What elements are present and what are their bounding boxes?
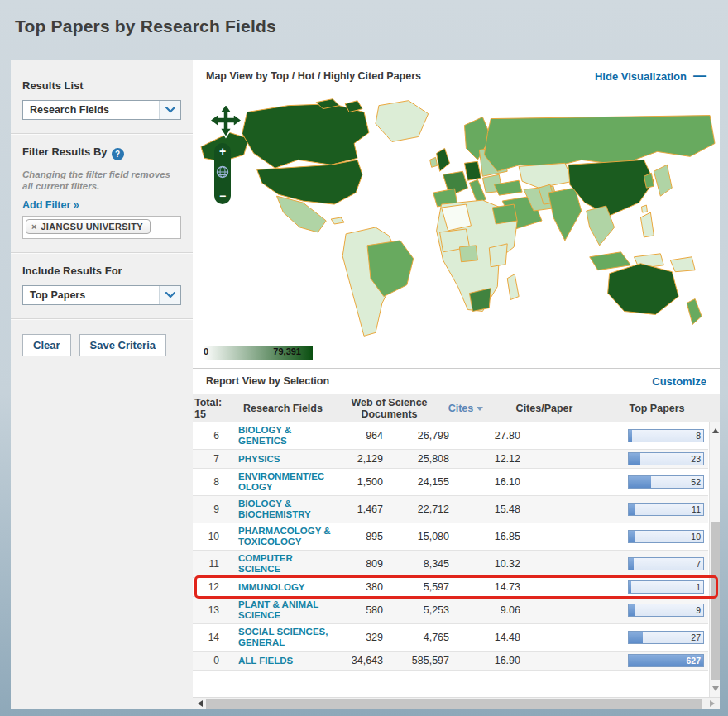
top-papers-cell: 11 (520, 503, 708, 516)
top-papers-bar[interactable]: 52 (628, 475, 704, 489)
top-papers-cell: 52 (520, 475, 708, 489)
customize-link[interactable]: Customize (652, 375, 706, 388)
table-row[interactable]: 10 PHARMACOLOGY & TOXICOLOGY 895 15,080 … (193, 523, 708, 551)
column-header-research-fields[interactable]: Research Fields (224, 403, 342, 414)
wos-documents-cell: 580 (342, 604, 383, 616)
results-list-selected-value: Research Fields (23, 104, 159, 116)
results-list-label: Results List (22, 79, 181, 92)
scroll-down-button[interactable] (710, 682, 721, 695)
top-papers-bar-fill (629, 476, 651, 488)
research-field-link[interactable]: BIOLOGY & GENETICS (224, 425, 332, 446)
horizontal-scroll-thumb[interactable] (206, 699, 702, 709)
country-canada (242, 104, 369, 169)
cites-cell: 5,597 (383, 581, 449, 593)
horizontal-scrollbar[interactable] (193, 697, 720, 709)
cites-per-paper-cell: 15.48 (449, 504, 520, 515)
table-row[interactable]: 9 BIOLOGY & BIOCHEMISTRY 1,467 22,712 15… (193, 496, 708, 523)
rank-cell: 0 (193, 655, 224, 666)
scroll-up-button[interactable] (710, 424, 721, 437)
rank-cell: 14 (193, 632, 224, 643)
column-header-cites-sorted[interactable]: Cites (437, 403, 495, 414)
table-row[interactable]: 11 COMPUTER SCIENCE 809 8,345 10.32 7 (193, 551, 708, 578)
table-row[interactable]: 14 SOCIAL SCIENCES, GENERAL 329 4,765 14… (193, 624, 708, 652)
table-row[interactable]: 8 ENVIRONMENT/ECOLOGY 1,500 24,155 16.10… (193, 469, 708, 496)
world-map[interactable] (193, 95, 720, 343)
top-papers-bar[interactable]: 10 (628, 530, 704, 543)
country-greenland (376, 101, 429, 142)
collapse-icon[interactable]: — (693, 69, 706, 84)
wos-documents-cell: 964 (342, 430, 383, 442)
save-criteria-button[interactable]: Save Criteria (79, 334, 167, 356)
globe-icon[interactable] (216, 165, 229, 182)
hide-visualization-link[interactable]: Hide Visualization (595, 70, 687, 83)
wos-documents-cell: 329 (342, 632, 383, 643)
column-header-top-papers[interactable]: Top Papers (594, 403, 720, 414)
add-filter-link[interactable]: Add Filter » (22, 199, 79, 211)
include-results-dropdown[interactable]: Top Papers (22, 285, 181, 305)
remove-filter-icon[interactable]: × (31, 222, 36, 231)
country-uk (437, 148, 450, 171)
top-papers-bar[interactable]: 7 (628, 557, 704, 570)
wos-documents-cell: 895 (342, 531, 383, 542)
top-papers-value: 10 (691, 532, 701, 542)
cites-cell: 8,345 (383, 558, 449, 570)
table-header-row: Total: 15 Research Fields Web of Science… (193, 394, 720, 422)
column-header-wos-documents[interactable]: Web of Science Documents (342, 397, 437, 420)
research-field-link[interactable]: IMMUNOLOGY (224, 582, 332, 593)
vertical-scroll-thumb[interactable] (711, 522, 720, 681)
rank-cell: 11 (193, 558, 224, 570)
table-body: 6 BIOLOGY & GENETICS 964 26,799 27.80 8 … (193, 422, 708, 671)
country-kazakhstan (519, 163, 573, 188)
zoom-out-icon[interactable]: − (219, 191, 226, 201)
filter-label-text: Filter Results By (22, 146, 108, 158)
filter-tag[interactable]: × JIANGSU UNIVERSITY (26, 219, 151, 234)
column-header-cites-per-paper[interactable]: Cites/Paper (495, 403, 594, 414)
arrow-left-icon (198, 700, 203, 707)
research-field-link[interactable]: BIOLOGY & BIOCHEMISTRY (224, 499, 332, 520)
table-row[interactable]: 12 IMMUNOLOGY 380 5,597 14.73 1 (193, 578, 708, 597)
map-pan-control[interactable] (209, 103, 242, 145)
top-papers-bar[interactable]: 11 (628, 503, 704, 516)
top-papers-bar[interactable]: 8 (628, 429, 704, 442)
cites-header-label: Cites (448, 403, 474, 414)
top-papers-bar[interactable]: 1 (628, 580, 704, 594)
research-field-link[interactable]: COMPUTER SCIENCE (224, 553, 332, 575)
arrow-down-icon (712, 686, 719, 691)
clear-button[interactable]: Clear (22, 334, 71, 356)
top-papers-bar[interactable]: 23 (628, 452, 704, 465)
cites-cell: 26,799 (383, 430, 449, 442)
table-row[interactable]: 6 BIOLOGY & GENETICS 964 26,799 27.80 8 (193, 422, 708, 450)
cites-cell: 5,253 (383, 604, 449, 616)
research-field-link[interactable]: PHYSICS (224, 454, 332, 465)
help-icon[interactable]: ? (112, 148, 124, 160)
results-list-dropdown[interactable]: Research Fields (22, 100, 181, 120)
top-papers-bar-fill (629, 504, 635, 515)
map-view-title: Map View by Top / Hot / Highly Cited Pap… (206, 70, 595, 82)
research-field-link[interactable]: PHARMACOLOGY & TOXICOLOGY (224, 526, 332, 547)
table-row[interactable]: 13 PLANT & ANIMAL SCIENCE 580 5,253 9.06… (193, 597, 708, 624)
sidebar-buttons: Clear Save Criteria (11, 319, 193, 371)
country-australia (608, 264, 679, 315)
report-view-header: Report View by Selection Customize (193, 368, 720, 394)
top-papers-cell: 7 (520, 557, 708, 570)
top-papers-bar[interactable]: 627 (628, 654, 704, 667)
research-field-link[interactable]: SOCIAL SCIENCES, GENERAL (224, 627, 332, 648)
legend-min-value: 0 (204, 346, 208, 356)
sort-descending-icon (477, 407, 483, 411)
zoom-in-icon[interactable]: + (219, 146, 226, 156)
table-row[interactable]: 0 ALL FIELDS 34,643 585,597 16.90 627 (193, 652, 708, 671)
research-field-link[interactable]: PLANT & ANIMAL SCIENCE (224, 599, 332, 621)
wos-documents-cell: 2,129 (342, 453, 383, 465)
scroll-left-button[interactable] (194, 698, 206, 709)
top-papers-bar[interactable]: 27 (628, 631, 704, 644)
research-field-link[interactable]: ALL FIELDS (224, 656, 332, 666)
rank-cell: 10 (193, 531, 224, 542)
top-papers-value: 52 (691, 477, 701, 487)
scroll-right-button[interactable] (706, 698, 718, 709)
top-papers-cell: 627 (520, 654, 708, 667)
table-row[interactable]: 7 PHYSICS 2,129 25,808 12.12 23 (193, 450, 708, 469)
research-field-link[interactable]: ENVIRONMENT/ECOLOGY (224, 471, 332, 493)
vertical-scrollbar[interactable] (709, 422, 720, 697)
map-zoom-control[interactable]: + − (214, 143, 231, 204)
top-papers-bar[interactable]: 9 (628, 604, 704, 617)
